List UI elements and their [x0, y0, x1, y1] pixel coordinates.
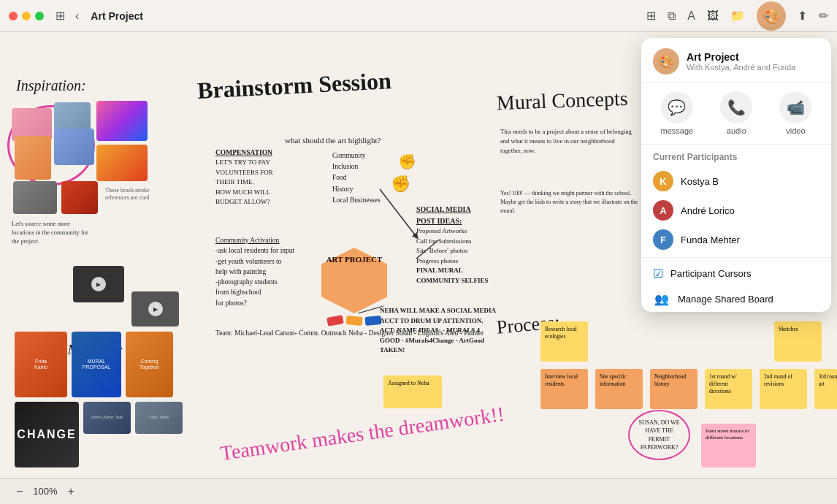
- minimize-button[interactable]: [22, 12, 31, 20]
- sticky-neighborhood: Neighborhood history: [650, 369, 698, 409]
- mural-concepts-title: Mural Concepts: [496, 87, 628, 115]
- traffic-lights: [9, 12, 44, 20]
- zoom-out-button[interactable]: −: [12, 484, 27, 500]
- phone-icon: 📞: [720, 91, 752, 123]
- sidebar-toggle-icon[interactable]: ⊞: [53, 7, 68, 24]
- svg-line-0: [380, 189, 416, 237]
- participants-section-title: Current Participants: [641, 145, 831, 167]
- sticky-interview: Interview local residents: [540, 369, 588, 409]
- neha-text: NEHA WILL MAKE A SOCIAL MEDIA ACCT TO DR…: [380, 306, 497, 356]
- photo-3[interactable]: [15, 136, 51, 180]
- bottombar: − 100% +: [0, 478, 837, 504]
- kostya-avatar: K: [653, 171, 673, 191]
- book-1[interactable]: FridaKahlo: [15, 332, 67, 397]
- photo-2[interactable]: [54, 102, 91, 131]
- share-icon[interactable]: ⬆: [798, 9, 807, 23]
- doc-2[interactable]: Soto Talks: [135, 402, 183, 434]
- participant-funda: F Funda Mehter: [641, 225, 831, 254]
- mural-text-2: Yes! 100! — thinking we might partner wi…: [500, 189, 646, 215]
- book-change[interactable]: CHANGE: [15, 402, 79, 467]
- play-button-2[interactable]: ▶: [148, 302, 163, 316]
- susan-note: SUSAN, DO WE HAVE THE PERMIT PAPERWORK?: [628, 410, 690, 460]
- divider-1: [641, 257, 831, 258]
- kostya-name: Kostya B: [681, 176, 719, 187]
- board-avatar-icon: 🎨: [653, 48, 679, 75]
- brainstorm-title: Brainstorm Session: [196, 67, 391, 104]
- play-button-1[interactable]: ▶: [91, 277, 106, 291]
- funda-avatar: F: [653, 229, 673, 250]
- inspiration-caption: Let's source some more locations in the …: [12, 220, 92, 246]
- social-media-ideas: SOCIAL MEDIAPOST IDEAS: Proposed Artwork…: [416, 204, 519, 286]
- manage-board-option[interactable]: 👥 Manage Shared Board: [641, 286, 831, 312]
- photo-6[interactable]: [96, 145, 148, 181]
- art-project-graphic: ART PROJECT: [321, 248, 387, 325]
- compensation-text: LET'S TRY TO PAYVOLUNTEERS FORTHEIR TIME…: [215, 158, 310, 207]
- video-label: video: [786, 126, 805, 135]
- funda-name: Funda Mehter: [681, 234, 740, 245]
- maximize-button[interactable]: [35, 12, 44, 20]
- grid-view-icon[interactable]: ⊞: [646, 9, 656, 23]
- message-action[interactable]: 💬 message: [661, 91, 694, 135]
- inspiration-label: Inspiration:: [16, 77, 86, 94]
- back-arrow-icon[interactable]: ‹: [72, 8, 82, 24]
- cursors-label: Participant Cursors: [670, 268, 752, 279]
- board-subtitle: With Kostya, André and Funda: [687, 63, 795, 72]
- photo-7[interactable]: [13, 181, 57, 214]
- window-title: Art Project: [91, 10, 143, 22]
- brush-strokes: [327, 316, 381, 325]
- image-icon[interactable]: 🖼: [707, 9, 719, 23]
- message-label: message: [661, 126, 694, 135]
- doc-1[interactable]: Aztec Aztec Talk: [83, 402, 131, 434]
- participant-cursors-option[interactable]: ☑ Participant Cursors: [641, 261, 831, 286]
- zoom-in-button[interactable]: +: [64, 484, 79, 500]
- art-project-label: ART PROJECT: [326, 255, 383, 264]
- book-covers: FridaKahlo MURALPROPOSAL ComingTogether …: [15, 332, 219, 467]
- collab-header: 🎨 Art Project With Kostya, André and Fun…: [641, 38, 831, 83]
- photo-5[interactable]: [96, 101, 148, 141]
- titlebar: ⊞ ‹ Art Project ⊞ ⧉ A 🖼 📁 🎨 ⬆ ✏: [0, 0, 837, 32]
- book-2[interactable]: MURALPROPOSAL: [72, 332, 121, 397]
- video-thumb-1[interactable]: ▶: [73, 266, 124, 302]
- audio-action[interactable]: 📞 audio: [720, 91, 752, 135]
- video-action[interactable]: 📹 video: [779, 91, 811, 135]
- message-icon: 💬: [661, 91, 693, 123]
- sticky-site-info: Site specific information: [595, 369, 643, 409]
- community-activation: Community Activation -ask local resident…: [215, 235, 332, 308]
- participant-kostya: K Kostya B: [641, 167, 831, 196]
- folder-icon[interactable]: 📁: [730, 9, 745, 23]
- community-icon: ✊: [391, 175, 410, 194]
- user-avatar-icon[interactable]: 🎨: [757, 1, 786, 31]
- andre-avatar: A: [653, 200, 673, 221]
- sticky-pink-location: Paint street murals in different locatio…: [701, 424, 756, 467]
- andre-name: André Lorico: [681, 205, 735, 216]
- collab-actions: 💬 message 📞 audio 📹 video: [641, 83, 831, 145]
- manage-board-label: Manage Shared Board: [678, 294, 773, 305]
- text-icon[interactable]: A: [687, 9, 695, 23]
- photo-4[interactable]: [54, 129, 94, 165]
- book-3[interactable]: ComingTogether: [126, 332, 173, 397]
- checkbox-checked-icon: ☑: [653, 267, 663, 280]
- assigned-sticky: Assigned to Neha: [383, 375, 442, 408]
- photo-8[interactable]: [61, 181, 98, 214]
- community-list: CommunityInclusionFoodHistoryLocal Busin…: [332, 150, 381, 206]
- sticky-2nd-round: 2nd round of revisions: [760, 369, 807, 409]
- mural-text-1: This needs to be a project about a sense…: [500, 127, 635, 155]
- edit-icon[interactable]: ✏: [819, 9, 828, 23]
- inspiration-photos: These brush stroke references are cool L…: [10, 99, 156, 253]
- navigation: ⊞ ‹: [53, 7, 82, 24]
- participant-andre: A André Lorico: [641, 196, 831, 225]
- change-label: CHANGE: [14, 413, 79, 456]
- heart-icon: ✊: [398, 153, 416, 170]
- audio-label: audio: [727, 126, 746, 135]
- sticky-sketches: Sketches: [774, 321, 822, 362]
- teamwork-text: Teamwork makes the dreamwork!!: [219, 402, 506, 465]
- camera-icon: 📹: [779, 91, 811, 123]
- close-button[interactable]: [9, 12, 18, 20]
- references-note: These brush stroke references are cool: [105, 187, 153, 202]
- board-name: Art Project: [687, 51, 795, 63]
- collab-info: Art Project With Kostya, André and Funda: [687, 51, 795, 72]
- video-thumb-2[interactable]: ▶: [131, 291, 179, 327]
- sticky-3rd-round: 3rd round final art: [814, 369, 837, 409]
- susan-note-area: SUSAN, DO WE HAVE THE PERMIT PAPERWORK?: [628, 410, 690, 460]
- layers-icon[interactable]: ⧉: [668, 9, 676, 23]
